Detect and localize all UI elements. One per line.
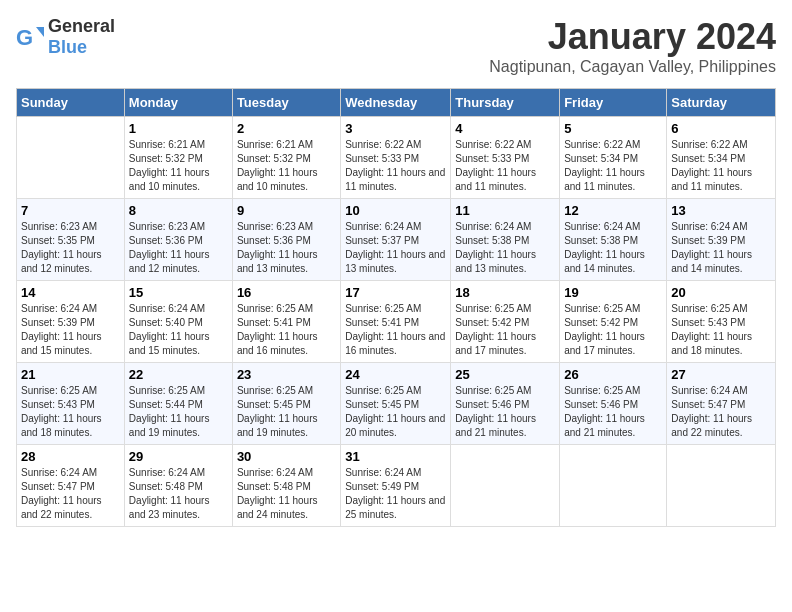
day-number: 4: [455, 121, 555, 136]
logo: G General Blue: [16, 16, 115, 58]
day-number: 20: [671, 285, 771, 300]
day-detail: Sunrise: 6:25 AMSunset: 5:45 PMDaylight:…: [345, 384, 446, 440]
day-number: 16: [237, 285, 336, 300]
day-number: 28: [21, 449, 120, 464]
day-cell: 30Sunrise: 6:24 AMSunset: 5:48 PMDayligh…: [232, 445, 340, 527]
day-detail: Sunrise: 6:23 AMSunset: 5:36 PMDaylight:…: [237, 220, 336, 276]
day-number: 21: [21, 367, 120, 382]
day-number: 29: [129, 449, 228, 464]
day-detail: Sunrise: 6:24 AMSunset: 5:39 PMDaylight:…: [671, 220, 771, 276]
day-detail: Sunrise: 6:22 AMSunset: 5:33 PMDaylight:…: [455, 138, 555, 194]
day-cell: 24Sunrise: 6:25 AMSunset: 5:45 PMDayligh…: [341, 363, 451, 445]
day-detail: Sunrise: 6:24 AMSunset: 5:38 PMDaylight:…: [455, 220, 555, 276]
day-detail: Sunrise: 6:24 AMSunset: 5:37 PMDaylight:…: [345, 220, 446, 276]
day-number: 12: [564, 203, 662, 218]
day-number: 6: [671, 121, 771, 136]
day-cell: 3Sunrise: 6:22 AMSunset: 5:33 PMDaylight…: [341, 117, 451, 199]
weekday-header-monday: Monday: [124, 89, 232, 117]
weekday-header-thursday: Thursday: [451, 89, 560, 117]
svg-text:G: G: [16, 25, 33, 50]
weekday-header-sunday: Sunday: [17, 89, 125, 117]
day-number: 24: [345, 367, 446, 382]
day-number: 9: [237, 203, 336, 218]
day-detail: Sunrise: 6:21 AMSunset: 5:32 PMDaylight:…: [237, 138, 336, 194]
day-detail: Sunrise: 6:24 AMSunset: 5:40 PMDaylight:…: [129, 302, 228, 358]
day-cell: [667, 445, 776, 527]
day-cell: [560, 445, 667, 527]
day-cell: 26Sunrise: 6:25 AMSunset: 5:46 PMDayligh…: [560, 363, 667, 445]
day-detail: Sunrise: 6:24 AMSunset: 5:38 PMDaylight:…: [564, 220, 662, 276]
day-cell: 29Sunrise: 6:24 AMSunset: 5:48 PMDayligh…: [124, 445, 232, 527]
day-number: 15: [129, 285, 228, 300]
day-detail: Sunrise: 6:23 AMSunset: 5:36 PMDaylight:…: [129, 220, 228, 276]
day-cell: 16Sunrise: 6:25 AMSunset: 5:41 PMDayligh…: [232, 281, 340, 363]
day-cell: 22Sunrise: 6:25 AMSunset: 5:44 PMDayligh…: [124, 363, 232, 445]
day-cell: 6Sunrise: 6:22 AMSunset: 5:34 PMDaylight…: [667, 117, 776, 199]
day-detail: Sunrise: 6:24 AMSunset: 5:39 PMDaylight:…: [21, 302, 120, 358]
day-cell: 1Sunrise: 6:21 AMSunset: 5:32 PMDaylight…: [124, 117, 232, 199]
day-number: 7: [21, 203, 120, 218]
day-detail: Sunrise: 6:22 AMSunset: 5:34 PMDaylight:…: [671, 138, 771, 194]
month-title: January 2024: [489, 16, 776, 58]
day-cell: 18Sunrise: 6:25 AMSunset: 5:42 PMDayligh…: [451, 281, 560, 363]
day-detail: Sunrise: 6:22 AMSunset: 5:33 PMDaylight:…: [345, 138, 446, 194]
day-detail: Sunrise: 6:24 AMSunset: 5:48 PMDaylight:…: [237, 466, 336, 522]
day-detail: Sunrise: 6:25 AMSunset: 5:42 PMDaylight:…: [564, 302, 662, 358]
day-number: 22: [129, 367, 228, 382]
day-detail: Sunrise: 6:24 AMSunset: 5:47 PMDaylight:…: [21, 466, 120, 522]
day-number: 30: [237, 449, 336, 464]
weekday-header-row: SundayMondayTuesdayWednesdayThursdayFrid…: [17, 89, 776, 117]
day-number: 26: [564, 367, 662, 382]
day-detail: Sunrise: 6:25 AMSunset: 5:43 PMDaylight:…: [21, 384, 120, 440]
week-row-1: 1Sunrise: 6:21 AMSunset: 5:32 PMDaylight…: [17, 117, 776, 199]
day-number: 14: [21, 285, 120, 300]
day-number: 10: [345, 203, 446, 218]
title-area: January 2024 Nagtipunan, Cagayan Valley,…: [489, 16, 776, 76]
day-detail: Sunrise: 6:24 AMSunset: 5:47 PMDaylight:…: [671, 384, 771, 440]
day-cell: 19Sunrise: 6:25 AMSunset: 5:42 PMDayligh…: [560, 281, 667, 363]
day-detail: Sunrise: 6:23 AMSunset: 5:35 PMDaylight:…: [21, 220, 120, 276]
svg-marker-1: [36, 27, 44, 37]
day-detail: Sunrise: 6:25 AMSunset: 5:42 PMDaylight:…: [455, 302, 555, 358]
day-number: 13: [671, 203, 771, 218]
day-cell: 9Sunrise: 6:23 AMSunset: 5:36 PMDaylight…: [232, 199, 340, 281]
day-detail: Sunrise: 6:21 AMSunset: 5:32 PMDaylight:…: [129, 138, 228, 194]
day-number: 18: [455, 285, 555, 300]
day-cell: 5Sunrise: 6:22 AMSunset: 5:34 PMDaylight…: [560, 117, 667, 199]
day-cell: 2Sunrise: 6:21 AMSunset: 5:32 PMDaylight…: [232, 117, 340, 199]
day-cell: 28Sunrise: 6:24 AMSunset: 5:47 PMDayligh…: [17, 445, 125, 527]
day-number: 27: [671, 367, 771, 382]
day-cell: 14Sunrise: 6:24 AMSunset: 5:39 PMDayligh…: [17, 281, 125, 363]
weekday-header-wednesday: Wednesday: [341, 89, 451, 117]
day-cell: 11Sunrise: 6:24 AMSunset: 5:38 PMDayligh…: [451, 199, 560, 281]
day-number: 25: [455, 367, 555, 382]
day-number: 17: [345, 285, 446, 300]
day-detail: Sunrise: 6:24 AMSunset: 5:48 PMDaylight:…: [129, 466, 228, 522]
day-number: 11: [455, 203, 555, 218]
logo-icon: G: [16, 23, 44, 51]
day-number: 8: [129, 203, 228, 218]
day-number: 3: [345, 121, 446, 136]
day-cell: 4Sunrise: 6:22 AMSunset: 5:33 PMDaylight…: [451, 117, 560, 199]
day-cell: 31Sunrise: 6:24 AMSunset: 5:49 PMDayligh…: [341, 445, 451, 527]
day-detail: Sunrise: 6:25 AMSunset: 5:41 PMDaylight:…: [237, 302, 336, 358]
day-cell: 23Sunrise: 6:25 AMSunset: 5:45 PMDayligh…: [232, 363, 340, 445]
logo-general-text: General: [48, 16, 115, 36]
day-cell: 12Sunrise: 6:24 AMSunset: 5:38 PMDayligh…: [560, 199, 667, 281]
day-detail: Sunrise: 6:24 AMSunset: 5:49 PMDaylight:…: [345, 466, 446, 522]
day-cell: 25Sunrise: 6:25 AMSunset: 5:46 PMDayligh…: [451, 363, 560, 445]
day-number: 19: [564, 285, 662, 300]
weekday-header-friday: Friday: [560, 89, 667, 117]
day-cell: 17Sunrise: 6:25 AMSunset: 5:41 PMDayligh…: [341, 281, 451, 363]
day-number: 5: [564, 121, 662, 136]
day-cell: 20Sunrise: 6:25 AMSunset: 5:43 PMDayligh…: [667, 281, 776, 363]
day-detail: Sunrise: 6:25 AMSunset: 5:43 PMDaylight:…: [671, 302, 771, 358]
week-row-5: 28Sunrise: 6:24 AMSunset: 5:47 PMDayligh…: [17, 445, 776, 527]
day-cell: [451, 445, 560, 527]
week-row-2: 7Sunrise: 6:23 AMSunset: 5:35 PMDaylight…: [17, 199, 776, 281]
day-number: 2: [237, 121, 336, 136]
day-detail: Sunrise: 6:25 AMSunset: 5:46 PMDaylight:…: [564, 384, 662, 440]
week-row-4: 21Sunrise: 6:25 AMSunset: 5:43 PMDayligh…: [17, 363, 776, 445]
day-number: 31: [345, 449, 446, 464]
logo-blue-text: Blue: [48, 37, 87, 57]
